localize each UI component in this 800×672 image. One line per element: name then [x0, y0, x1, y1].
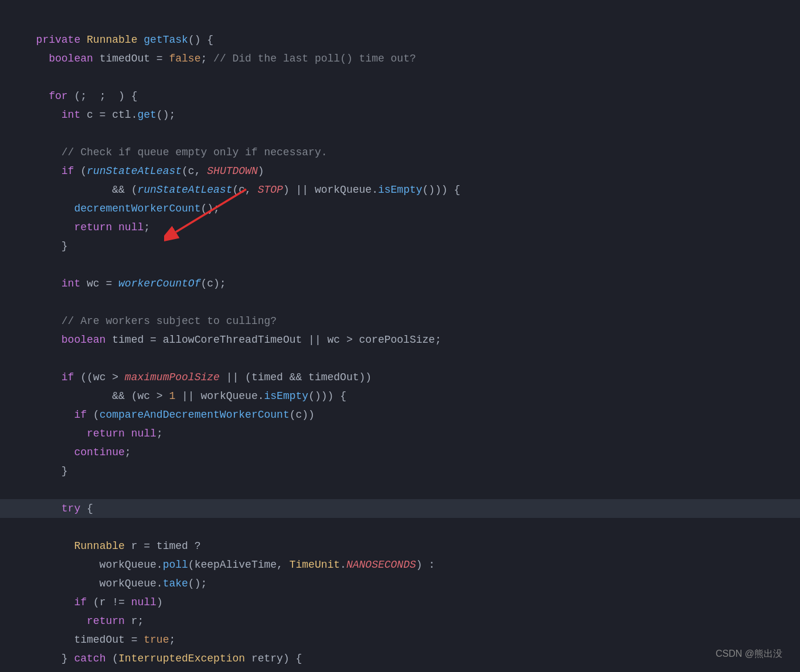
line-29: workQueue.take(); [23, 578, 207, 589]
line-30: if (r != null) [23, 596, 163, 608]
line-19: if ((wc > maximumPoolSize || (timed && t… [23, 371, 372, 383]
line-17: boolean timed = allowCoreThreadTimeOut |… [23, 334, 441, 346]
line-4: int c = ctl.get(); [23, 109, 175, 121]
line-31: return r; [23, 615, 144, 627]
watermark: CSDN @熊出没 [716, 648, 782, 660]
line-10: } [23, 240, 68, 252]
line-23: continue; [23, 446, 131, 458]
line-32: timedOut = true; [23, 634, 175, 646]
code-block: private Runnable getTask() { boolean tim… [23, 12, 777, 672]
line-33: } catch (InterruptedException retry) { [23, 653, 302, 664]
line-1: private Runnable getTask() { [23, 34, 213, 46]
line-26: try { [0, 499, 800, 518]
line-7: && (runStateAtLeast(c, STOP) || workQueu… [23, 184, 460, 196]
line-14: int wc = workerCountOf(c); [23, 278, 226, 289]
line-20: && (wc > 1 || workQueue.isEmpty())) { [23, 390, 346, 402]
line-9: return null; [23, 221, 150, 233]
line-3: for (; ; ) { [23, 90, 137, 102]
line-16: // Are workers subject to culling? [23, 315, 277, 327]
line-8: decrementWorkerCount(); [23, 203, 220, 214]
line-24: } [23, 465, 68, 477]
line-6: if (runStateAtLeast(c, SHUTDOWN) [23, 165, 264, 177]
line-21: if (compareAndDecrementWorkerCount(c)) [23, 409, 315, 421]
line-2: boolean timedOut = false; // Did the las… [23, 53, 416, 64]
code-container: private Runnable getTask() { boolean tim… [0, 0, 800, 672]
line-27: Runnable r = timed ? [23, 540, 200, 552]
line-5: // Check if queue empty only if necessar… [23, 146, 328, 158]
line-22: return null; [23, 428, 163, 439]
line-28: workQueue.poll(keepAliveTime, TimeUnit.N… [23, 559, 435, 571]
